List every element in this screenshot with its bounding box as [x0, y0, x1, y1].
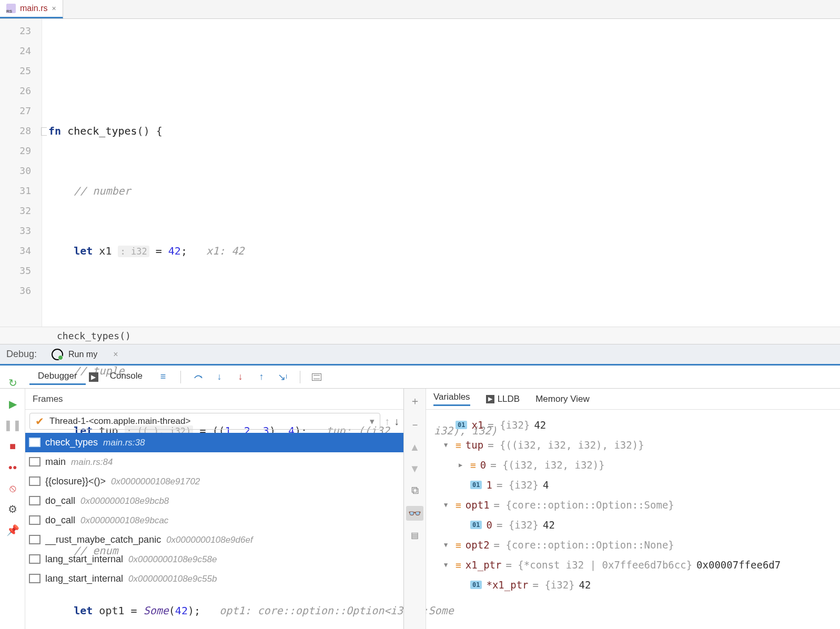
layout-icon[interactable]: ▤ [411, 530, 419, 540]
frame-location: 0x0000000108e91702 [111, 476, 200, 487]
variable-node[interactable]: ▼≡ tup = {((i32, i32, i32), i32)} [429, 435, 837, 455]
add-watch-icon[interactable]: ＋ [410, 394, 420, 408]
stack-frame[interactable]: lang_start_internal 0x0000000108e9c58e [25, 550, 403, 569]
stack-frame[interactable]: {{closure}}<()> 0x0000000108e91702 [25, 472, 403, 491]
separator [300, 371, 300, 383]
stack-frame[interactable]: check_types main.rs:38 [25, 433, 403, 452]
run-to-cursor-icon[interactable]: ↘I [277, 371, 288, 383]
copy-icon[interactable]: ⧉ [411, 484, 419, 496]
step-into-icon[interactable]: ↓ [214, 371, 225, 383]
frame-name: {{closure}}<()> [45, 476, 106, 487]
expand-arrow[interactable]: ▼ [444, 441, 451, 449]
step-over-icon[interactable] [193, 371, 204, 383]
frame-location: 0x0000000108e9d6ef [166, 535, 253, 545]
expand-arrow[interactable]: ▶ [459, 461, 466, 469]
tab-debugger[interactable]: Debugger [29, 369, 86, 385]
variable-node[interactable]: ▶≡ 0 = {(i32, i32, i32)} [429, 455, 837, 475]
view-breakpoints-icon[interactable]: ●● [6, 461, 19, 473]
code-line: fn check_types() { [48, 121, 840, 141]
var-name: opt2 [465, 539, 490, 551]
stack-frame[interactable]: do_call 0x0000000108e9bcb8 [25, 491, 403, 511]
remove-watch-icon[interactable]: － [410, 418, 420, 432]
stack-frame[interactable]: main main.rs:84 [25, 452, 403, 472]
close-icon[interactable]: × [52, 4, 56, 13]
variables-panel: Variables ▶LLDB Memory View 01 x1 = {i32… [426, 389, 840, 629]
var-type: = {(i32, i32, i32)} [490, 459, 604, 471]
chevron-down-icon: ▾ [370, 416, 375, 427]
force-step-into-icon[interactable]: ↓ [235, 371, 246, 383]
pin-icon[interactable]: 📌 [6, 524, 19, 536]
variable-node[interactable]: 01 1 = {i32} 4 [429, 475, 837, 495]
rerun-icon[interactable]: ↻ [6, 377, 19, 389]
debug-actions-sidebar: ↻ ▶ ❚❚ ■ ●● ⦸ ⚙ 📌 [0, 368, 25, 536]
line-number: 26 [0, 81, 42, 101]
next-frame-icon[interactable]: ↓ [394, 415, 399, 428]
stack-frame[interactable]: lang_start_internal 0x0000000108e9c55b [25, 569, 403, 589]
struct-icon: ≡ [456, 500, 461, 511]
frame-name: __rust_maybe_catch_panic [45, 534, 161, 545]
resume-icon[interactable]: ▶ [6, 398, 19, 410]
variable-node[interactable]: ▼≡ opt2 = {core::option::Option::None} [429, 535, 837, 555]
struct-icon: ≡ [456, 540, 461, 551]
frame-name: check_types [45, 437, 98, 448]
type-badge: 01 [470, 521, 482, 529]
line-number: 36 [0, 281, 42, 301]
variable-node[interactable]: 01 0 = {i32} 42 [429, 515, 837, 535]
tab-console[interactable]: Console [102, 369, 151, 385]
thread-selector[interactable]: ✔ Thread-1-<com.apple.main-thread> ▾ [29, 413, 380, 430]
down-icon[interactable]: ▼ [410, 463, 420, 475]
thread-name: Thread-1-<com.apple.main-thread> [49, 416, 190, 427]
code-line [48, 61, 840, 81]
variable-node[interactable]: 01 x1 = {i32} 42 [429, 415, 837, 435]
tab-memory-view[interactable]: Memory View [535, 394, 590, 404]
line-number: 32 [0, 201, 42, 221]
frame-icon [31, 498, 40, 505]
stack-frame[interactable]: __rust_maybe_catch_panic 0x0000000108e9d… [25, 530, 403, 550]
stack-frame[interactable]: do_call 0x0000000108e9bcac [25, 511, 403, 530]
frames-list[interactable]: check_types main.rs:38main main.rs:84{{c… [25, 433, 403, 629]
code-editor[interactable]: 2324252627282930313233343536 fn check_ty… [0, 19, 840, 327]
tab-lldb[interactable]: ▶LLDB [486, 394, 520, 404]
run-config-tab[interactable]: Run my × [45, 344, 124, 365]
mute-breakpoints-icon[interactable]: ⦸ [6, 482, 19, 494]
struct-icon: ≡ [456, 560, 461, 571]
var-type: = {*const i32 | 0x7ffee6d7b6cc} [505, 559, 692, 571]
prev-frame-icon[interactable]: ↑ [384, 415, 390, 428]
code-area[interactable]: fn check_types() { // number let x1 : i3… [42, 19, 840, 327]
file-tab[interactable]: main.rs × [0, 0, 63, 18]
var-type: = {((i32, i32, i32), i32)} [488, 439, 644, 451]
var-type: = {i32} [488, 419, 530, 431]
evaluate-icon[interactable] [312, 373, 321, 381]
line-number: 30 [0, 161, 42, 181]
variable-node[interactable]: 01 *x1_ptr = {i32} 42 [429, 575, 837, 595]
console-icon: ▶ [89, 372, 98, 382]
vars-toolbar: ＋ － ▲ ▼ ⧉ 👓 ▤ [404, 389, 426, 629]
code-line: // number [48, 181, 840, 201]
variable-node[interactable]: ▼≡ x1_ptr = {*const i32 | 0x7ffee6d7b6cc… [429, 555, 837, 575]
up-icon[interactable]: ▲ [410, 441, 420, 453]
var-type: = {core::option::Option::None} [494, 539, 674, 551]
frame-icon [31, 459, 40, 466]
variables-header: Variables ▶LLDB Memory View [426, 389, 840, 410]
expand-arrow[interactable]: ▼ [444, 541, 451, 549]
settings-icon[interactable]: ⚙ [6, 503, 19, 515]
frame-icon [31, 575, 40, 583]
frames-header: Frames [25, 389, 403, 410]
frame-name: do_call [45, 515, 75, 526]
var-value: 42 [534, 419, 546, 431]
threads-icon[interactable]: ≡ [157, 371, 169, 383]
variable-node[interactable]: ▼≡ opt1 = {core::option::Option::Some} [429, 495, 837, 515]
var-name: x1_ptr [465, 559, 502, 571]
stop-icon[interactable]: ■ [6, 440, 19, 452]
variables-tree[interactable]: 01 x1 = {i32} 42▼≡ tup = {((i32, i32, i3… [426, 410, 840, 629]
pause-icon[interactable]: ❚❚ [6, 419, 19, 431]
glasses-icon[interactable]: 👓 [406, 506, 423, 521]
var-name: tup [465, 439, 483, 451]
expand-arrow[interactable]: ▼ [444, 561, 451, 569]
expand-arrow[interactable]: ▼ [444, 501, 451, 509]
close-icon[interactable]: × [113, 350, 118, 359]
tab-variables[interactable]: Variables [433, 392, 470, 406]
debug-label: Debug: [6, 349, 37, 360]
step-out-icon[interactable]: ↑ [256, 371, 267, 383]
var-type: = {i32} [497, 479, 539, 491]
